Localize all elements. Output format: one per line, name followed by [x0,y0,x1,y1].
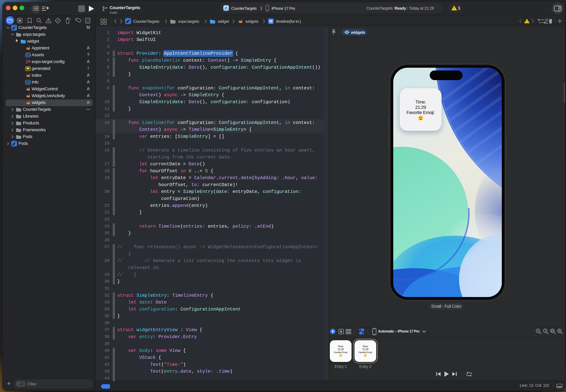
svg-text:1: 1 [545,329,546,332]
